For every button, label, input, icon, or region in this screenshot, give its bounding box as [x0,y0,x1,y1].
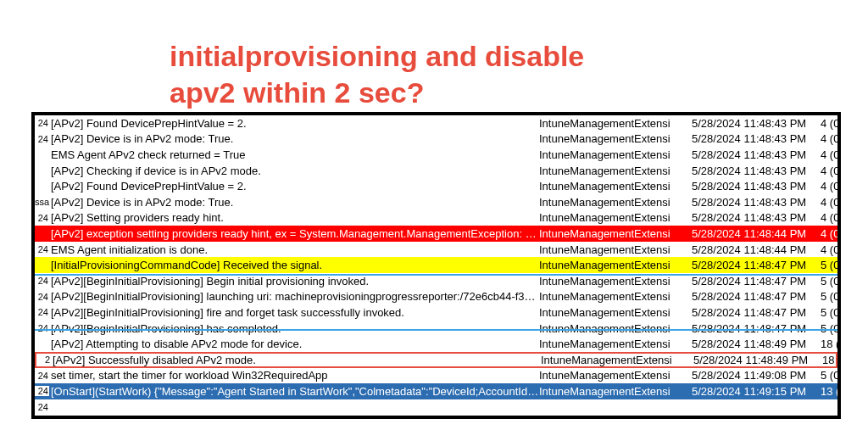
log-row[interactable]: 24set timer, start the timer for workloa… [35,368,837,384]
row-message: [APv2][BeginInitialProvisioning] launchi… [49,290,539,303]
row-tag: 24 [35,118,49,128]
row-source: IntuneManagementExtensi [539,148,692,161]
log-row[interactable]: ssa[APv2] Device is in APv2 mode: True.I… [35,194,837,210]
row-tag: 24 [35,213,49,223]
row-message: [APv2][BeginInitialProvisioning] has com… [49,322,539,335]
row-timestamp: 5/28/2024 11:48:47 PM [692,275,817,287]
row-message: [OnStart](StartWork) {"Message":"Agent S… [49,385,539,398]
log-row[interactable]: [InitialProvisioningCommandCode] Receive… [35,257,837,273]
log-row[interactable]: 24 [35,399,837,416]
row-source: IntuneManagementExtensi [539,385,692,398]
row-tag: 24 [35,402,49,412]
row-timestamp: 5/28/2024 11:49:15 PM [692,385,817,398]
row-source: IntuneManagementExtensi [539,290,692,303]
log-row[interactable]: 24[APv2] Found DevicePrepHintValue = 2.I… [35,115,837,131]
row-thread: 18 (0x12) [817,338,841,350]
row-source: IntuneManagementExtensi [539,243,692,256]
title-line1: initialprovisioning and disable [170,40,584,72]
row-source: IntuneManagementExtensi [539,117,692,130]
row-timestamp: 5/28/2024 11:48:49 PM [692,338,817,350]
row-tag: 2 [36,354,51,365]
row-source: IntuneManagementExtensi [539,165,692,177]
log-row[interactable]: [APv2] Attempting to disable APv2 mode f… [35,336,837,352]
row-thread: 5 (0x5) [817,369,841,382]
row-thread: 4 (0x4) [817,211,841,224]
row-source: IntuneManagementExtensi [539,369,692,382]
log-row[interactable]: 24EMS Agent initialization is done.Intun… [35,242,837,258]
row-message: [APv2][BeginInitialProvisioning] Begin i… [49,275,539,287]
row-tag: 24 [35,323,49,333]
row-message: [APv2] Found DevicePrepHintValue = 2. [49,180,539,193]
log-row[interactable]: 24[OnStart](StartWork) {"Message":"Agent… [35,383,837,399]
row-message: [APv2] Device is in APv2 mode: True. [49,196,539,209]
row-thread: 4 (0x4) [817,180,841,193]
log-row[interactable]: 24[APv2] Device is in APv2 mode: True.In… [35,131,837,148]
row-tag: 24 [35,371,49,381]
row-source: IntuneManagementExtensi [539,227,692,240]
row-message: [APv2] Device is in APv2 mode: True. [49,132,539,145]
row-tag: 24 [35,386,49,396]
row-thread: 4 (0x4) [817,243,841,256]
row-tag: 24 [35,276,49,286]
log-row[interactable]: 24[APv2][BeginInitialProvisioning] fire … [35,304,837,321]
row-message: [APv2] Attempting to disable APv2 mode f… [49,338,539,350]
log-row[interactable]: 24[APv2][BeginInitialProvisioning] launc… [35,289,837,305]
row-tag: 24 [35,244,49,254]
row-timestamp: 5/28/2024 11:48:43 PM [692,211,817,224]
title-line2: apv2 within 2 sec? [170,76,424,109]
row-source: IntuneManagementExtensi [539,338,692,350]
row-message: EMS Agent APv2 check returned = True [49,148,539,161]
row-thread: 5 (0x5) [817,290,841,303]
row-tag: 24 [35,134,49,144]
row-timestamp: 5/28/2024 11:48:43 PM [692,196,817,209]
row-thread: 5 (0x5) [817,275,841,287]
log-row[interactable]: EMS Agent APv2 check returned = TrueIntu… [35,147,837,163]
log-panel[interactable]: 24[APv2] Found DevicePrepHintValue = 2.I… [31,112,841,419]
row-thread: 5 (0x5) [817,306,841,319]
log-row[interactable]: 24[APv2][BeginInitialProvisioning] has c… [35,321,837,337]
row-message: [APv2] exception setting providers ready… [49,227,539,240]
row-timestamp: 5/28/2024 11:48:43 PM [692,117,817,130]
row-message: [APv2] Checking if device is in APv2 mod… [49,165,539,177]
row-timestamp: 5/28/2024 11:48:44 PM [692,227,817,240]
log-row[interactable]: [APv2] exception setting providers ready… [35,226,837,242]
row-timestamp: 5/28/2024 11:48:49 PM [693,354,819,366]
log-row[interactable]: [APv2] Checking if device is in APv2 mod… [35,163,837,179]
row-thread: 4 (0x4) [817,117,841,130]
row-thread: 4 (0x4) [817,132,841,145]
row-source: IntuneManagementExtensi [539,322,692,335]
row-source: IntuneManagementExtensi [539,306,692,319]
row-thread: 13 (0xD) [817,385,841,398]
row-thread: 5 (0x5) [817,259,841,271]
row-message: set timer, start the timer for workload … [49,369,539,382]
row-source: IntuneManagementExtensi [539,259,692,271]
log-row[interactable]: 24[APv2] Setting providers ready hint.In… [35,210,837,226]
page-title: initialprovisioning and disable apv2 wit… [170,38,584,110]
log-row[interactable]: 24[APv2][BeginInitialProvisioning] Begin… [35,273,837,289]
row-message: [APv2] Found DevicePrepHintValue = 2. [49,117,539,130]
row-thread: 4 (0x4) [817,227,841,240]
row-thread: 18 (0x12) [819,354,841,366]
log-row[interactable]: 2[APv2] Successfully disabled APv2 mode.… [35,352,837,368]
row-thread: 4 (0x4) [817,196,841,209]
row-source: IntuneManagementExtensi [539,275,692,287]
row-source: IntuneManagementExtensi [541,354,693,366]
row-timestamp: 5/28/2024 11:48:43 PM [692,165,817,177]
row-timestamp: 5/28/2024 11:48:47 PM [692,290,817,303]
row-timestamp: 5/28/2024 11:48:47 PM [692,259,817,271]
row-thread: 4 (0x4) [817,165,841,177]
row-timestamp: 5/28/2024 11:48:43 PM [692,148,817,161]
row-source: IntuneManagementExtensi [539,132,692,145]
row-timestamp: 5/28/2024 11:48:47 PM [692,322,817,335]
row-message: [APv2] Setting providers ready hint. [49,211,539,224]
row-timestamp: 5/28/2024 11:48:43 PM [692,180,817,193]
row-message: [InitialProvisioningCommandCode] Receive… [49,259,539,271]
row-message: [APv2] Successfully disabled APv2 mode. [51,354,541,366]
row-source: IntuneManagementExtensi [539,211,692,224]
row-thread: 4 (0x4) [817,148,841,161]
row-source: IntuneManagementExtensi [539,196,692,209]
log-row[interactable]: [APv2] Found DevicePrepHintValue = 2.Int… [35,178,837,194]
row-timestamp: 5/28/2024 11:48:43 PM [692,132,817,145]
row-source: IntuneManagementExtensi [539,180,692,193]
row-message: EMS Agent initialization is done. [49,243,539,256]
